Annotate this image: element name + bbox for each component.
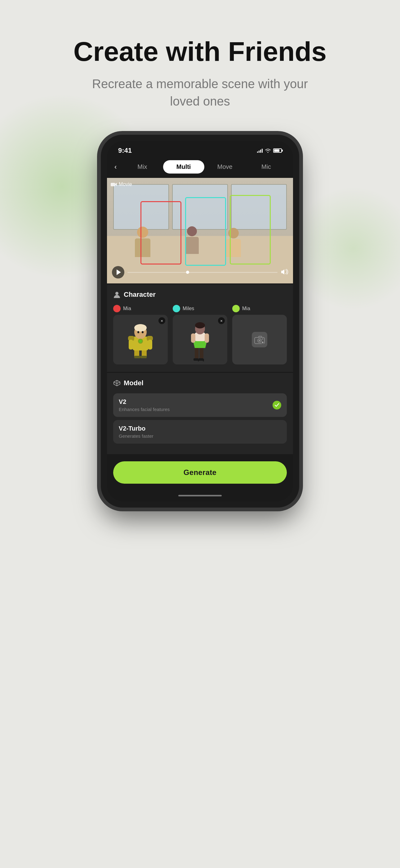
svg-point-14 bbox=[142, 331, 143, 333]
character-section-title: Character bbox=[124, 290, 156, 299]
model-section-header: Model bbox=[113, 379, 287, 387]
svg-rect-19 bbox=[194, 358, 198, 361]
model-option-v2-turbo[interactable]: V2-Turbo Generates faster bbox=[113, 420, 287, 444]
svg-point-13 bbox=[137, 331, 139, 333]
nav-tabs: ‹ Mix Multi Move Mic bbox=[107, 158, 293, 178]
progress-dot bbox=[186, 271, 189, 274]
wifi-icon bbox=[265, 148, 271, 153]
play-button[interactable] bbox=[112, 266, 124, 278]
char-add-photo-icon bbox=[252, 332, 267, 347]
tab-mix[interactable]: Mix bbox=[122, 160, 163, 174]
svg-rect-24 bbox=[191, 333, 195, 343]
video-controls bbox=[107, 266, 293, 278]
cube-icon bbox=[113, 380, 120, 386]
video-container: Movie bbox=[107, 178, 293, 283]
volume-icon bbox=[280, 269, 288, 274]
character-card-2[interactable]: × bbox=[173, 315, 227, 365]
model-v2-info: V2 Enhances facial features bbox=[119, 398, 170, 412]
tab-multi[interactable]: Multi bbox=[163, 160, 204, 174]
home-indicator bbox=[107, 495, 293, 501]
status-icons bbox=[257, 148, 282, 153]
char-avatar-3 bbox=[232, 305, 240, 312]
char-avatar-2 bbox=[173, 305, 180, 312]
model-v2-check bbox=[272, 401, 281, 409]
signal-icon bbox=[257, 148, 263, 153]
svg-point-28 bbox=[197, 322, 203, 326]
char-remove-1[interactable]: × bbox=[159, 317, 165, 324]
char-label-1: Mia bbox=[113, 305, 168, 312]
char-label-3: Mia bbox=[232, 305, 287, 312]
model-section-title: Model bbox=[124, 379, 143, 387]
char-name-1: Mia bbox=[123, 306, 131, 311]
model-section-icon bbox=[113, 379, 121, 387]
svg-point-31 bbox=[259, 340, 261, 341]
phone-mockup: 9:41 ‹ Mix bbox=[101, 135, 299, 507]
page-title: Create with Friends bbox=[73, 37, 327, 66]
model-section: Model V2 Enhances facial features bbox=[107, 373, 293, 454]
volume-button[interactable] bbox=[280, 269, 288, 276]
generate-button[interactable]: Generate bbox=[113, 461, 287, 484]
video-label-text: Movie bbox=[119, 182, 132, 187]
character-slot-2: Miles × bbox=[173, 305, 227, 365]
back-button[interactable]: ‹ bbox=[113, 161, 122, 173]
svg-point-1 bbox=[115, 292, 119, 295]
svg-rect-10 bbox=[148, 340, 152, 349]
svg-point-32 bbox=[262, 338, 263, 340]
char-label-2: Miles bbox=[173, 305, 227, 312]
checkmark-icon bbox=[275, 403, 279, 407]
svg-rect-0 bbox=[111, 183, 115, 186]
phone-frame: 9:41 ‹ Mix bbox=[101, 135, 299, 507]
svg-rect-3 bbox=[134, 356, 140, 358]
add-photo-icon bbox=[254, 335, 265, 344]
person-box-cyan bbox=[185, 197, 226, 266]
char-avatar-1 bbox=[113, 305, 121, 312]
model-v2-name: V2 bbox=[119, 398, 170, 405]
char-placeholder bbox=[232, 315, 287, 365]
character-card-3[interactable] bbox=[232, 315, 287, 365]
tab-move[interactable]: Move bbox=[204, 160, 245, 174]
svg-point-12 bbox=[134, 324, 147, 332]
character-card-1[interactable]: × bbox=[113, 315, 168, 365]
character-section-icon bbox=[113, 291, 121, 298]
battery-icon bbox=[273, 148, 282, 153]
person-box-green bbox=[230, 195, 271, 265]
home-bar bbox=[178, 495, 222, 496]
generate-button-container: Generate bbox=[107, 455, 293, 495]
svg-point-16 bbox=[139, 340, 142, 343]
model-v2-turbo-name: V2-Turbo bbox=[119, 425, 154, 432]
model-v2-desc: Enhances facial features bbox=[119, 407, 170, 412]
char-name-3: Mia bbox=[242, 306, 250, 311]
char-remove-2[interactable]: × bbox=[218, 317, 225, 324]
svg-rect-22 bbox=[203, 359, 204, 361]
model-v2-turbo-info: V2-Turbo Generates faster bbox=[119, 425, 154, 439]
char-name-2: Miles bbox=[182, 306, 194, 311]
character-section: Character Mia × bbox=[107, 284, 293, 372]
svg-rect-5 bbox=[140, 356, 147, 358]
tab-mic[interactable]: Mic bbox=[245, 160, 287, 174]
svg-rect-25 bbox=[205, 333, 209, 343]
model-v2-turbo-desc: Generates faster bbox=[119, 433, 154, 439]
game-character-figure bbox=[125, 318, 156, 365]
fashion-character-figure bbox=[186, 318, 214, 365]
person-icon bbox=[114, 291, 120, 298]
status-bar: 9:41 bbox=[107, 141, 293, 158]
character-row: Mia × bbox=[113, 305, 287, 365]
camera-icon bbox=[111, 182, 117, 187]
character-slot-1: Mia × bbox=[113, 305, 168, 365]
page-subtitle: Recreate a memorable scene with your lov… bbox=[92, 75, 308, 110]
phone-screen: 9:41 ‹ Mix bbox=[107, 141, 293, 501]
model-option-v2[interactable]: V2 Enhances facial features bbox=[113, 393, 287, 417]
person-box-red bbox=[140, 201, 181, 265]
progress-bar[interactable] bbox=[128, 272, 277, 273]
character-section-header: Character bbox=[113, 290, 287, 299]
svg-rect-21 bbox=[198, 358, 203, 361]
video-label: Movie bbox=[111, 182, 132, 187]
status-time: 9:41 bbox=[118, 147, 132, 155]
character-slot-3: Mia bbox=[232, 305, 287, 365]
svg-rect-9 bbox=[129, 340, 133, 349]
